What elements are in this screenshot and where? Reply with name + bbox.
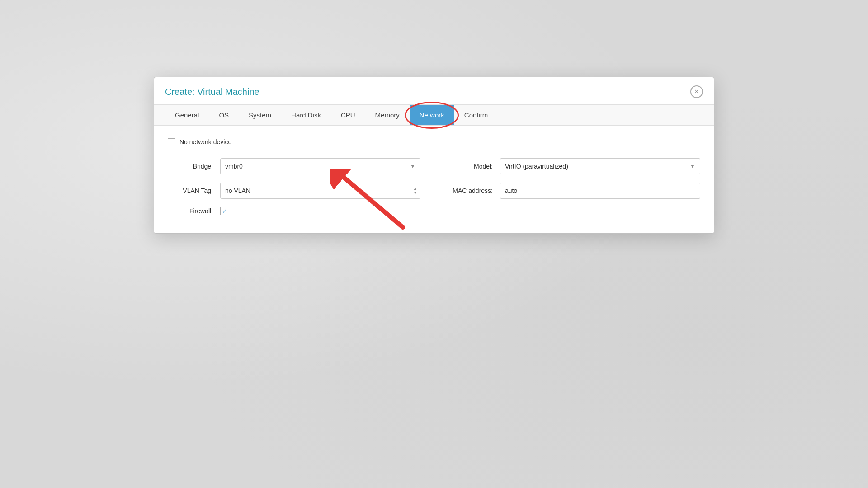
model-input[interactable]: VirtIO (paravirtualized) ▼ <box>500 158 700 174</box>
bridge-field-row: Bridge: vmbr0 ▼ <box>168 158 420 174</box>
model-dropdown-arrow: ▼ <box>690 163 695 169</box>
vlan-spinner[interactable]: ▲ ▼ <box>413 187 417 195</box>
tab-network-wrapper: Network <box>410 105 454 125</box>
bridge-label: Bridge: <box>168 163 213 170</box>
mac-value: auto <box>505 187 517 194</box>
bridge-input[interactable]: vmbr0 ▼ <box>220 158 420 174</box>
model-value: VirtIO (paravirtualized) <box>505 163 568 170</box>
firewall-row: Firewall: ✓ <box>168 207 700 215</box>
vlan-field-row: VLAN Tag: no VLAN ▲ ▼ <box>168 183 420 199</box>
tab-system[interactable]: System <box>239 105 281 125</box>
tab-bar: General OS System Hard Disk CPU Memory N… <box>154 105 714 126</box>
dialog-body: No network device Bridge: vmbr0 ▼ Model:… <box>154 126 714 233</box>
tab-cpu[interactable]: CPU <box>331 105 365 125</box>
tab-os[interactable]: OS <box>209 105 239 125</box>
no-network-label: No network device <box>179 138 231 145</box>
dialog-header: Create: Virtual Machine × <box>154 77 714 105</box>
tab-memory[interactable]: Memory <box>365 105 410 125</box>
tab-confirm[interactable]: Confirm <box>454 105 498 125</box>
tab-network[interactable]: Network <box>410 105 454 125</box>
fields-grid: Bridge: vmbr0 ▼ Model: VirtIO (paravirtu… <box>168 158 700 199</box>
vlan-up-arrow[interactable]: ▲ <box>413 187 417 191</box>
bridge-value: vmbr0 <box>225 163 243 170</box>
mac-field-row: MAC address: auto <box>448 183 700 199</box>
firewall-checkbox[interactable]: ✓ <box>220 207 228 215</box>
firewall-label: Firewall: <box>168 207 213 215</box>
dialog-title: Create: Virtual Machine <box>165 87 259 103</box>
model-field-row: Model: VirtIO (paravirtualized) ▼ <box>448 158 700 174</box>
vlan-label: VLAN Tag: <box>168 187 213 194</box>
close-button[interactable]: × <box>690 85 703 98</box>
mac-input[interactable]: auto <box>500 183 700 199</box>
no-network-checkbox[interactable] <box>168 138 175 145</box>
model-label: Model: <box>448 163 493 170</box>
mac-label: MAC address: <box>448 187 493 194</box>
vlan-down-arrow[interactable]: ▼ <box>413 191 417 195</box>
tab-hard-disk[interactable]: Hard Disk <box>281 105 331 125</box>
vlan-value: no VLAN <box>225 187 250 194</box>
bridge-dropdown-arrow: ▼ <box>410 163 415 169</box>
create-vm-dialog: Create: Virtual Machine × General OS Sys… <box>154 77 714 234</box>
vlan-input[interactable]: no VLAN ▲ ▼ <box>220 183 420 199</box>
no-network-row: No network device <box>168 138 700 145</box>
tab-general[interactable]: General <box>165 105 209 125</box>
